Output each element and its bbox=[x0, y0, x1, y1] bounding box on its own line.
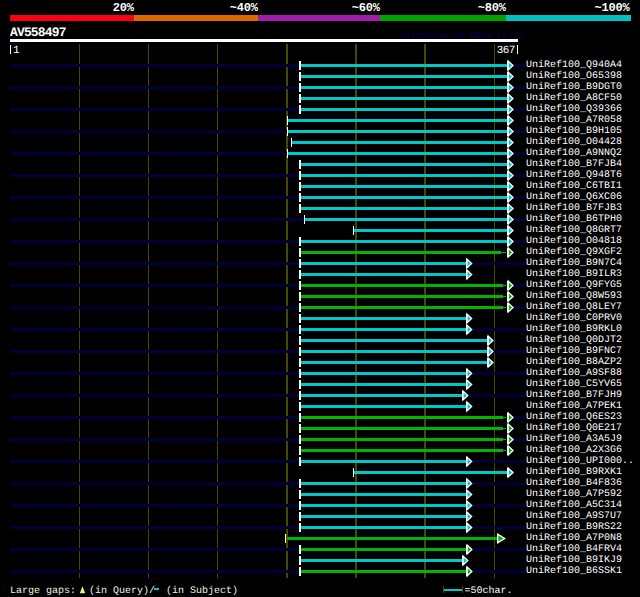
svg-text:UniRef100_O04428: UniRef100_O04428 bbox=[526, 136, 622, 148]
svg-text:UniRef100_C0PRV0: UniRef100_C0PRV0 bbox=[526, 312, 622, 324]
svg-text:UniRef100_A7PEK1: UniRef100_A7PEK1 bbox=[526, 400, 622, 412]
svg-text:UniRef100_A9SF88: UniRef100_A9SF88 bbox=[526, 367, 622, 379]
svg-text:UniRef100_B4F836: UniRef100_B4F836 bbox=[526, 477, 622, 489]
svg-text:Large gaps:: Large gaps: bbox=[10, 586, 76, 597]
svg-text:UniRef100_Q8GRT7: UniRef100_Q8GRT7 bbox=[526, 224, 622, 236]
svg-text:UniRef100_B9DGT0: UniRef100_B9DGT0 bbox=[526, 81, 622, 93]
svg-text:UniRef100_A7P0N8: UniRef100_A7P0N8 bbox=[526, 532, 622, 544]
svg-text:UniRef100_Q9FYG5: UniRef100_Q9FYG5 bbox=[526, 279, 622, 291]
svg-text:UniRef100_A3A5J9: UniRef100_A3A5J9 bbox=[526, 433, 622, 445]
svg-text:UniRef100_B9ILR3: UniRef100_B9ILR3 bbox=[526, 268, 622, 280]
svg-text:UniRef100_B9IKJ9: UniRef100_B9IKJ9 bbox=[526, 554, 622, 566]
svg-text:~100%: ~100% bbox=[594, 1, 630, 15]
svg-text:UniRef100_Q6XC06: UniRef100_Q6XC06 bbox=[526, 191, 622, 203]
svg-text:UniRef100_Q8W593: UniRef100_Q8W593 bbox=[526, 290, 622, 302]
svg-text:UniRef100_A7R058: UniRef100_A7R058 bbox=[526, 114, 622, 126]
svg-text:UniRef100_B6SSK1: UniRef100_B6SSK1 bbox=[526, 565, 622, 577]
svg-text:UniRef100_Q39366: UniRef100_Q39366 bbox=[526, 103, 622, 115]
svg-text:(in Subject): (in Subject) bbox=[166, 585, 238, 597]
svg-text:UniRef100_B9N7C4: UniRef100_B9N7C4 bbox=[526, 257, 622, 269]
svg-text:UniRef100_B9RS22: UniRef100_B9RS22 bbox=[526, 521, 622, 533]
svg-text:UniRef100_C5YV65: UniRef100_C5YV65 bbox=[526, 378, 622, 390]
svg-text:UniRef100_A9NNQ2: UniRef100_A9NNQ2 bbox=[526, 147, 622, 159]
svg-text:UniRef100_B9H105: UniRef100_B9H105 bbox=[526, 125, 622, 137]
svg-text:UniRef100_B7FJB3: UniRef100_B7FJB3 bbox=[526, 202, 622, 214]
svg-text:UniRef100_Q948T6: UniRef100_Q948T6 bbox=[526, 169, 622, 181]
svg-text:UniRef100_A9S7U7: UniRef100_A9S7U7 bbox=[526, 510, 622, 522]
svg-text:UniRef100_B7FJB4: UniRef100_B7FJB4 bbox=[526, 158, 622, 170]
svg-text:UniRef100_B6TPH0: UniRef100_B6TPH0 bbox=[526, 213, 622, 225]
svg-text:UniRef100_A7P592: UniRef100_A7P592 bbox=[526, 488, 622, 500]
svg-text:UniRef100_B9RKL0: UniRef100_B9RKL0 bbox=[526, 323, 622, 335]
svg-text:UniRef100_Q9XGF2: UniRef100_Q9XGF2 bbox=[526, 246, 622, 258]
svg-text:UniRef100_C6TBI1: UniRef100_C6TBI1 bbox=[526, 180, 622, 192]
svg-text:UniRef100_B9RXK1: UniRef100_B9RXK1 bbox=[526, 466, 622, 478]
svg-text:UniRef100_Q6ES23: UniRef100_Q6ES23 bbox=[526, 411, 622, 423]
svg-text:UniRef100_B9FNC7: UniRef100_B9FNC7 bbox=[526, 345, 622, 357]
svg-text:UniRef100_B8AZP2: UniRef100_B8AZP2 bbox=[526, 356, 622, 368]
svg-text:AV558497: AV558497 bbox=[10, 25, 66, 40]
svg-text:UniRef100_A2X3G6: UniRef100_A2X3G6 bbox=[526, 444, 622, 456]
svg-text:(in Query)/: (in Query)/ bbox=[89, 585, 155, 597]
svg-text:UniRef100_Q0E217: UniRef100_Q0E217 bbox=[526, 422, 622, 434]
svg-text:UniRef100_A5C314: UniRef100_A5C314 bbox=[526, 499, 622, 511]
svg-text:UniRef100_O65398: UniRef100_O65398 bbox=[526, 70, 622, 82]
svg-text:~60%: ~60% bbox=[352, 1, 381, 15]
svg-text:UniRef100_Q940A4: UniRef100_Q940A4 bbox=[526, 59, 622, 71]
svg-text:1: 1 bbox=[13, 45, 20, 57]
svg-text:UniRef100_B4FRV4: UniRef100_B4FRV4 bbox=[526, 543, 622, 555]
svg-text:~40%: ~40% bbox=[230, 1, 259, 15]
svg-text:UniRef100_A8CF50: UniRef100_A8CF50 bbox=[526, 92, 622, 104]
svg-text:20%: 20% bbox=[113, 1, 135, 15]
svg-text:UniRef100_Q8LEY7: UniRef100_Q8LEY7 bbox=[526, 301, 622, 313]
svg-text:367: 367 bbox=[497, 45, 515, 57]
svg-text:UniRef100_O04818: UniRef100_O04818 bbox=[526, 235, 622, 247]
svg-text:UniRef100_Q0DJT2: UniRef100_Q0DJT2 bbox=[526, 334, 622, 346]
svg-text:~80%: ~80% bbox=[478, 1, 507, 15]
svg-text:UniRef100_UPI000..: UniRef100_UPI000.. bbox=[526, 455, 634, 467]
svg-text:UniRef100_B7FJH9: UniRef100_B7FJH9 bbox=[526, 389, 622, 401]
svg-text:=50char.: =50char. bbox=[465, 585, 513, 597]
